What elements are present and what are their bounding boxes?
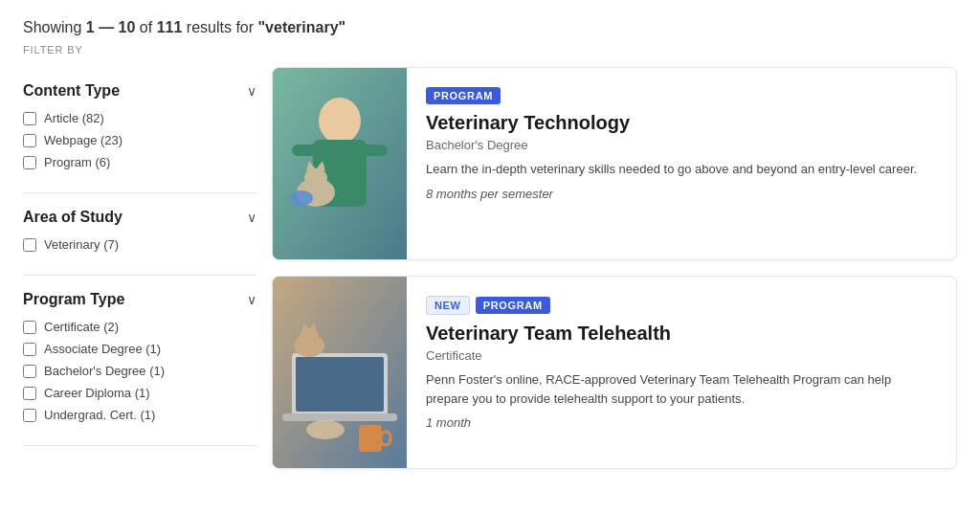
- result-card-image-vet-tech: [273, 68, 407, 259]
- program-type-header[interactable]: Program Type ∨: [23, 291, 256, 308]
- area-of-study-header[interactable]: Area of Study ∨: [23, 209, 256, 226]
- result-description-vet-telehealth: Penn Foster's online, RACE-approved Vete…: [426, 370, 937, 408]
- certificate-checkbox[interactable]: [23, 321, 36, 334]
- svg-rect-4: [361, 145, 388, 156]
- svg-rect-3: [292, 145, 319, 156]
- results-header: Showing 1 — 10 of 111 results for "veter…: [23, 19, 957, 36]
- program-type-title: Program Type: [23, 291, 124, 308]
- svg-point-20: [306, 420, 345, 439]
- vet-telehealth-illustration: [273, 277, 407, 468]
- program-ct-label[interactable]: Program (6): [44, 155, 110, 169]
- filter-option-associate: Associate Degree (1): [23, 342, 256, 356]
- associate-label[interactable]: Associate Degree (1): [44, 342, 161, 356]
- filter-option-veterinary: Veterinary (7): [23, 237, 256, 252]
- svg-rect-13: [282, 413, 397, 421]
- webpage-checkbox[interactable]: [23, 134, 36, 147]
- content-type-title: Content Type: [23, 82, 120, 100]
- main-content: Content Type ∨ Article (82) Webpage (23)…: [23, 67, 957, 469]
- svg-point-1: [319, 98, 361, 144]
- new-badge-vet-telehealth: NEW: [426, 296, 470, 315]
- results-query: "veterinary": [258, 19, 346, 35]
- program-type-chevron-icon: ∨: [247, 292, 256, 307]
- content-type-header[interactable]: Content Type ∨: [23, 82, 256, 100]
- filter-section-program-type: Program Type ∨ Certificate (2) Associate…: [23, 276, 256, 446]
- article-label[interactable]: Article (82): [44, 111, 104, 125]
- filter-option-program-ct: Program (6): [23, 155, 256, 169]
- article-checkbox[interactable]: [23, 112, 36, 125]
- filter-option-article: Article (82): [23, 111, 256, 125]
- program-ct-checkbox[interactable]: [23, 156, 36, 169]
- content-type-chevron-icon: ∨: [247, 83, 256, 99]
- results-total: 111: [157, 19, 183, 35]
- result-subtitle-vet-telehealth: Certificate: [426, 348, 937, 363]
- bachelors-label[interactable]: Bachelor's Degree (1): [44, 364, 165, 378]
- svg-rect-18: [359, 425, 382, 452]
- undergrad-checkbox[interactable]: [23, 409, 36, 422]
- page-wrapper: Showing 1 — 10 of 111 results for "veter…: [0, 0, 980, 488]
- area-of-study-title: Area of Study: [23, 209, 122, 226]
- results-list: PROGRAM Veterinary Technology Bachelor's…: [272, 67, 957, 469]
- svg-point-9: [290, 190, 313, 206]
- filter-section-content-type: Content Type ∨ Article (82) Webpage (23)…: [23, 67, 256, 193]
- program-badge-vet-telehealth: PROGRAM: [476, 297, 550, 314]
- undergrad-label[interactable]: Undergrad. Cert. (1): [44, 408, 155, 422]
- result-title-vet-technology: Veterinary Technology: [426, 112, 937, 134]
- career-diploma-checkbox[interactable]: [23, 387, 36, 400]
- filter-by-label: FILTER BY: [23, 44, 957, 56]
- filter-option-undergrad: Undergrad. Cert. (1): [23, 408, 256, 422]
- certificate-label[interactable]: Certificate (2): [44, 320, 119, 334]
- filter-option-certificate: Certificate (2): [23, 320, 256, 334]
- result-duration-vet-technology: 8 months per semester: [426, 187, 937, 201]
- webpage-label[interactable]: Webpage (23): [44, 133, 122, 147]
- result-card-image-vet-telehealth: [273, 277, 407, 468]
- associate-checkbox[interactable]: [23, 343, 36, 356]
- result-title-vet-telehealth: Veterinary Team Telehealth: [426, 323, 937, 345]
- veterinary-label[interactable]: Veterinary (7): [44, 237, 119, 252]
- badge-row-vet-technology: PROGRAM: [426, 87, 937, 104]
- svg-point-6: [304, 168, 327, 188]
- filter-option-webpage: Webpage (23): [23, 133, 256, 147]
- career-diploma-label[interactable]: Career Diploma (1): [44, 386, 150, 400]
- bachelors-checkbox[interactable]: [23, 365, 36, 378]
- result-duration-vet-telehealth: 1 month: [426, 415, 937, 430]
- area-of-study-chevron-icon: ∨: [247, 210, 256, 225]
- veterinary-checkbox[interactable]: [23, 238, 36, 252]
- program-badge-vet-technology: PROGRAM: [426, 87, 501, 104]
- badge-row-vet-telehealth: NEW PROGRAM: [426, 296, 937, 315]
- svg-rect-12: [296, 357, 384, 412]
- sidebar: Content Type ∨ Article (82) Webpage (23)…: [23, 67, 272, 469]
- result-card-body-vet-technology: PROGRAM Veterinary Technology Bachelor's…: [407, 68, 956, 259]
- result-description-vet-technology: Learn the in-depth veterinary skills nee…: [426, 160, 937, 179]
- result-card-vet-telehealth[interactable]: NEW PROGRAM Veterinary Team Telehealth C…: [272, 276, 957, 469]
- result-card-vet-technology[interactable]: PROGRAM Veterinary Technology Bachelor's…: [272, 67, 957, 260]
- filter-option-career-diploma: Career Diploma (1): [23, 386, 256, 400]
- result-card-body-vet-telehealth: NEW PROGRAM Veterinary Team Telehealth C…: [407, 277, 956, 468]
- filter-option-bachelors: Bachelor's Degree (1): [23, 364, 256, 378]
- results-range: 1 — 10: [86, 19, 136, 35]
- filter-section-area-of-study: Area of Study ∨ Veterinary (7): [23, 193, 256, 276]
- vet-tech-illustration: [273, 68, 407, 259]
- result-subtitle-vet-technology: Bachelor's Degree: [426, 138, 937, 152]
